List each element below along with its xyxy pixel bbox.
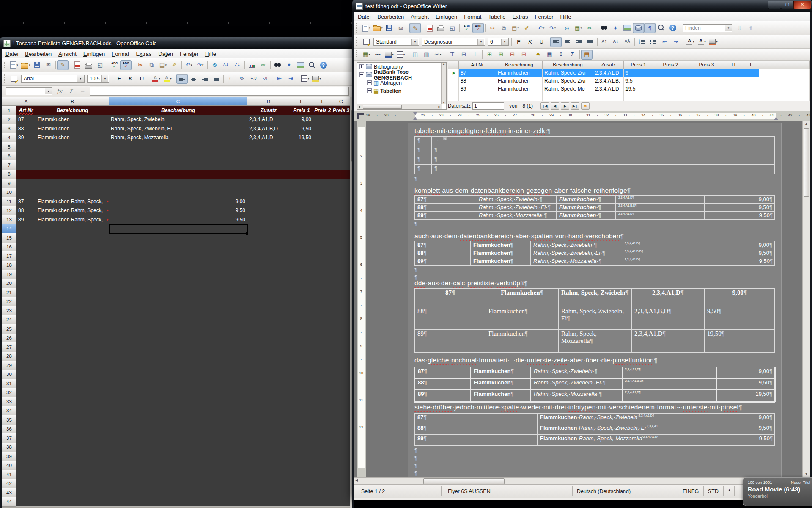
font-name-combo[interactable]: Arial▼ — [21, 75, 85, 83]
menu-tabelle[interactable]: Tabelle — [485, 13, 509, 21]
cell-G39[interactable] — [332, 452, 350, 461]
tab-stop-selector-icon[interactable] — [357, 113, 364, 119]
cell-A27[interactable] — [16, 342, 36, 352]
insert-table-dropdown-icon[interactable]: ▾ — [580, 26, 582, 30]
ds-cell[interactable]: Flammkuchen — [496, 69, 543, 77]
record-selector[interactable] — [448, 93, 459, 101]
document-area[interactable]: 2·3·4·5·6·7·8·9·10·11·12·▲▼tabelle·mit·e… — [354, 121, 810, 478]
row-header-12[interactable]: 12 — [2, 206, 16, 216]
ds-cell[interactable] — [725, 77, 742, 85]
cell-B34[interactable] — [36, 406, 109, 416]
cell-F33[interactable] — [313, 397, 332, 407]
doc-table-cell[interactable]: ¶ — [432, 165, 775, 174]
cell-G8[interactable] — [332, 170, 350, 179]
optimize-button[interactable]: ⇿▾ — [432, 50, 444, 60]
doc-table-cell[interactable]: Rahm,·Speck,·Zwiebeln·¶ — [531, 241, 622, 249]
cell-D2[interactable]: 2,3,4,A1,D — [247, 115, 290, 125]
cell-B8[interactable] — [36, 170, 109, 179]
cell-F5[interactable] — [313, 142, 332, 152]
doc-table-cell[interactable]: 88¶ — [415, 249, 471, 257]
doc-table-cell[interactable]: Flammkuchen¶ — [471, 257, 531, 265]
cell-B27[interactable] — [36, 342, 109, 352]
align-top-button[interactable]: ⊤ — [447, 50, 458, 60]
column-header-B[interactable]: B — [36, 97, 109, 106]
redo-button[interactable]: ↷▾ — [195, 60, 206, 70]
empty-paragraph[interactable]: ¶ — [414, 221, 417, 227]
cell-B41[interactable] — [36, 470, 109, 480]
doc-table-cell[interactable]: 9,00¶ — [705, 196, 775, 204]
cell-C26[interactable] — [109, 334, 247, 343]
row-header-13[interactable]: 13 — [2, 215, 16, 225]
cell-D9[interactable] — [247, 179, 290, 188]
cell-C32[interactable] — [109, 388, 247, 398]
sort-ascending-button[interactable]: A↓ — [220, 60, 232, 70]
align-right-button[interactable] — [199, 74, 211, 84]
toolbar-grip[interactable] — [356, 50, 359, 58]
cell-F30[interactable] — [313, 370, 332, 380]
cell-F12[interactable] — [313, 206, 332, 216]
ds-cell[interactable] — [496, 93, 543, 101]
cell-D42[interactable] — [247, 479, 290, 489]
highlighting-button[interactable]: A▾ — [162, 74, 173, 84]
cell-D38[interactable] — [247, 443, 290, 453]
menu-ansicht[interactable]: Ansicht — [407, 13, 432, 21]
ds-column-header-i[interactable]: I — [742, 61, 759, 69]
save-button[interactable] — [384, 23, 395, 33]
toolbar-grip[interactable] — [4, 61, 7, 70]
background-color-button[interactable]: ▾ — [311, 74, 322, 84]
row-header-38[interactable]: 38 — [2, 443, 16, 453]
cell-E27[interactable] — [290, 342, 313, 352]
expand-icon[interactable] — [359, 64, 364, 69]
doc-table-cell[interactable]: Flammkuchen¶ — [471, 379, 531, 390]
cell-E30[interactable] — [290, 370, 313, 380]
spellcheck-button[interactable]: ABC✓ — [109, 60, 120, 70]
cell-B17[interactable] — [36, 251, 109, 261]
cell-B24[interactable] — [36, 315, 109, 325]
hyperlink-button[interactable]: ⊚ — [209, 60, 220, 70]
cell-D15[interactable] — [247, 233, 290, 243]
toolbar-grip[interactable] — [356, 37, 359, 47]
row-header-36[interactable]: 36 — [2, 425, 16, 434]
cell-B16[interactable] — [36, 243, 109, 252]
cell-C29[interactable] — [109, 361, 247, 370]
cell-C8[interactable] — [109, 170, 247, 179]
tree-item-tabellen[interactable]: ▦Tabellen — [357, 87, 446, 95]
cell-E38[interactable] — [290, 443, 313, 453]
first-record-button[interactable]: ❘◀ — [540, 102, 549, 110]
edit-file-button[interactable]: ✎ — [409, 23, 421, 33]
cell-F9[interactable] — [313, 179, 332, 188]
doc-table-cell[interactable]: 87¶ — [415, 196, 476, 204]
insert-table-button[interactable]: ▦▾ — [361, 50, 372, 60]
cell-C39[interactable] — [109, 452, 247, 461]
font-size-combo[interactable]: 10,5▼ — [87, 75, 109, 83]
sort-button[interactable]: ↕ — [555, 50, 567, 60]
record-selector-header[interactable] — [448, 61, 459, 69]
cell-B18[interactable] — [36, 261, 109, 271]
doc-table[interactable]: ¶··¶¶¶¶¶¶¶ — [414, 136, 775, 174]
cell-F40[interactable] — [313, 461, 332, 471]
row-header-9[interactable]: 9 — [2, 179, 16, 188]
cell-D13[interactable] — [247, 215, 290, 225]
ds-column-header-preis-1[interactable]: Preis 1 — [624, 61, 653, 69]
cell-E41[interactable] — [290, 470, 313, 480]
doc-table-cell[interactable]: 88¶ — [415, 424, 538, 435]
zoom-button[interactable] — [656, 23, 667, 33]
new-document-dropdown-icon[interactable]: ▾ — [16, 64, 18, 67]
doc-table-cell[interactable]: ¶ — [415, 137, 432, 146]
doc-table-cell[interactable]: Flammkuchen·¶ — [557, 204, 616, 212]
doc-table-cell[interactable]: 19,50¶ — [717, 390, 776, 402]
cell-D18[interactable] — [247, 261, 290, 271]
table-properties-button[interactable]: ▦ — [544, 50, 555, 60]
cell-F37[interactable] — [313, 433, 332, 443]
cell-A16[interactable] — [16, 243, 36, 252]
bold-button[interactable]: F — [513, 37, 524, 47]
menu-format[interactable]: Format — [108, 50, 132, 58]
edit-file-button[interactable]: ✎ — [57, 60, 69, 70]
line-style-dropdown-icon[interactable]: ▾ — [379, 53, 381, 56]
doc-table-cell[interactable]: Rahm,·Speck,·Mozzarella·¶ — [531, 390, 623, 402]
copy-button[interactable]: ⧉ — [498, 23, 510, 33]
autospellcheck-button[interactable]: ABC✓ — [472, 23, 484, 33]
cell-B14[interactable] — [36, 224, 109, 234]
cell-E42[interactable] — [290, 479, 313, 489]
cell-D24[interactable] — [247, 315, 290, 325]
